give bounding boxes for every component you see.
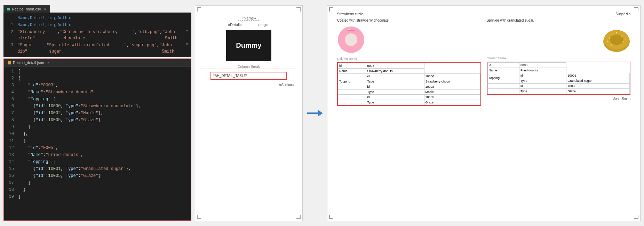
code-line-header: Name,Detail,img,Author bbox=[3, 15, 191, 22]
result-corner-bl bbox=[329, 215, 333, 219]
author-label: John Smith bbox=[487, 97, 631, 101]
item2-detail-label: Sprinkle with granulated sugar. bbox=[487, 18, 631, 23]
item1-detail-label: Coated with strawberry chocolate. bbox=[337, 18, 481, 23]
svg-point-6 bbox=[609, 37, 610, 39]
item1-name-label: Strawberry circle bbox=[337, 12, 481, 17]
item2-table: id 0005 Name Fried donuts Topping id 100… bbox=[487, 62, 630, 94]
topping2b-type-empty bbox=[487, 88, 519, 94]
topping2b-id-value: 10005 bbox=[566, 83, 630, 88]
result-col1: Strawberry circle Coated with strawberry… bbox=[337, 12, 481, 217]
result-panel: Strawberry circle Coated with strawberry… bbox=[327, 5, 641, 221]
json-tab[interactable]: Recipe_detail.json × bbox=[4, 59, 53, 66]
topping3-id-label: id bbox=[366, 94, 424, 100]
id-label2: id bbox=[487, 62, 519, 68]
item2-name-label: Sugar dip bbox=[487, 12, 631, 17]
svg-point-9 bbox=[623, 41, 624, 42]
svg-point-8 bbox=[621, 36, 622, 37]
doc-dummy-image: Dummy bbox=[226, 30, 271, 61]
result-col2: Sugar dip Sprinkle with granulated sugar… bbox=[487, 12, 631, 217]
json-tab-close[interactable]: × bbox=[47, 61, 49, 65]
json-tab-icon bbox=[8, 61, 11, 64]
json-line-16: 16 {"id":10005,"Type":"Glaze"} bbox=[4, 172, 191, 179]
csv-tab-close[interactable]: × bbox=[44, 7, 46, 11]
topping1-id-value: 10000 bbox=[424, 73, 480, 79]
topping2-id-value: 10002 bbox=[424, 84, 480, 89]
topping2-type-label: Type bbox=[366, 89, 424, 94]
item2-tablename-value: Fried donuts bbox=[519, 68, 566, 73]
doc-table-box: *AH_DETAIL_TABLE* bbox=[210, 72, 287, 80]
json-line-3: 3 "id": "0003", bbox=[4, 82, 191, 89]
table-row: id 0003 bbox=[338, 63, 480, 68]
json-line-5: 5 "Topping":[ bbox=[4, 96, 191, 103]
svg-point-13 bbox=[607, 41, 609, 42]
code-line-2: 2 "Strawberry circle","Coated with straw… bbox=[3, 29, 191, 42]
json-line-17: 17 ] bbox=[4, 179, 191, 186]
result-corner-tr bbox=[634, 7, 638, 11]
topping2b-empty bbox=[487, 83, 519, 88]
id-label: id bbox=[338, 63, 366, 68]
item1-table: id 0003 Name Strawberry donuts Topping i… bbox=[338, 63, 480, 105]
table-row: Type Maple bbox=[338, 89, 480, 94]
doc-dummy-label: Dummy bbox=[236, 41, 261, 49]
json-line-8: 8 {"id":10005,"Type":"Glaze"} bbox=[4, 117, 191, 124]
topping-label2: Topping bbox=[487, 73, 519, 83]
item1-detail-table: id 0003 Name Strawberry donuts Topping i… bbox=[337, 62, 481, 106]
svg-point-12 bbox=[616, 32, 617, 33]
doc-name-row: «Name» bbox=[200, 16, 297, 21]
table-row: Name Strawberry donuts bbox=[338, 68, 480, 73]
table-row: id 10005 bbox=[487, 83, 630, 88]
csv-editor: Recipe_main.csv × Name,Detail,img,Author… bbox=[3, 5, 191, 57]
topping3-type-label-empty bbox=[338, 100, 366, 105]
item2-detail-table: id 0005 Name Fried donuts Topping id 100… bbox=[487, 62, 631, 95]
json-line-12: 12 "id": "0005", bbox=[4, 145, 191, 151]
item2-donut-image bbox=[487, 26, 631, 54]
result-corner-br bbox=[634, 215, 638, 219]
json-line-18: 18 } bbox=[4, 186, 191, 193]
arrow-right-icon bbox=[307, 108, 323, 118]
csv-tab-icon bbox=[7, 8, 10, 10]
topping1b-type-value: Granulated sugar bbox=[566, 78, 630, 83]
json-line-13: 13 "Name": "Fried donuts", bbox=[4, 151, 191, 158]
topping2b-id-label: id bbox=[519, 83, 566, 88]
result-corner-tl bbox=[329, 7, 333, 11]
topping3-id-value: 10005 bbox=[424, 94, 480, 100]
doc-author-field: «Author» bbox=[276, 83, 297, 87]
topping1b-id-label: id bbox=[519, 73, 566, 78]
csv-tab[interactable]: Recipe_main.csv × bbox=[3, 5, 50, 13]
doc-column-break: Column Break bbox=[200, 65, 297, 69]
csv-content: Name,Detail,img,Author 1 Name,Detail,img… bbox=[3, 13, 191, 57]
topping3-type-value: Glaze bbox=[424, 100, 480, 105]
table-row: Topping id 10001 bbox=[487, 73, 630, 78]
item1-col-break: Column Break bbox=[337, 57, 481, 61]
svg-point-2 bbox=[348, 29, 350, 30]
topping-label: Topping bbox=[338, 73, 366, 89]
topping2b-type-value: Glaze bbox=[566, 88, 630, 94]
corner-tl bbox=[197, 7, 201, 11]
svg-point-11 bbox=[620, 45, 621, 46]
table-row: id 0005 bbox=[487, 62, 630, 68]
svg-point-7 bbox=[613, 34, 614, 35]
code-line-1: 1 Name,Detail,img,Author bbox=[3, 22, 191, 29]
svg-point-1 bbox=[345, 33, 357, 46]
corner-bl bbox=[197, 215, 201, 219]
doc-template-panel: «Name» «Detail» «img» Dummy Column Break… bbox=[195, 5, 303, 221]
corner-tr bbox=[296, 7, 301, 11]
name-label2: Name bbox=[487, 68, 519, 73]
doc-detail-field: «Detail» bbox=[224, 23, 245, 27]
table-row: id 10005 bbox=[338, 94, 480, 100]
json-line-19: 19 ] bbox=[4, 193, 191, 200]
code-line-3: 3 "Sugar dip","Sprinkle with granulated … bbox=[3, 42, 191, 55]
json-line-11: 11 { bbox=[4, 138, 191, 145]
json-editor: Recipe_detail.json × 1 [ 2 { 3 "id": "00… bbox=[3, 59, 191, 221]
json-line-10: 10 }, bbox=[4, 131, 191, 138]
json-line-9: 9 ] bbox=[4, 124, 191, 131]
json-tab-label: Recipe_detail.json bbox=[13, 61, 44, 65]
svg-point-10 bbox=[611, 44, 612, 46]
topping2-id-label: id bbox=[366, 84, 424, 89]
item1-tablename-value: Strawberry donuts bbox=[366, 68, 424, 73]
json-line-7: 7 {"id":10002,"Type":"Maple"}, bbox=[4, 110, 191, 117]
topping1-type-label: Type bbox=[366, 79, 424, 84]
topping1b-type-label: Type bbox=[519, 78, 566, 83]
json-line-6: 6 {"id":10000,"Type":"Strawberry chocola… bbox=[4, 103, 191, 110]
topping1-type-value: Strawberry choco bbox=[424, 79, 480, 84]
